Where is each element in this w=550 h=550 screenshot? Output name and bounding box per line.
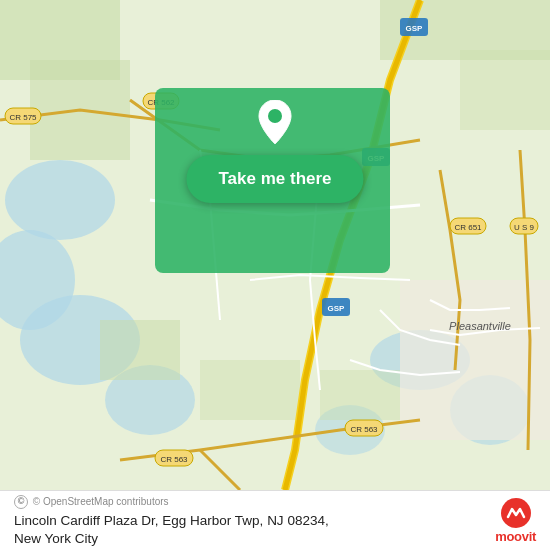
take-me-there-button[interactable]: Take me there (186, 155, 363, 203)
svg-text:GSP: GSP (328, 304, 346, 313)
map-background: GSP GSP GSP CR 575 CR 562 CR 651 U S 9 C… (0, 0, 550, 490)
moovit-icon (500, 497, 532, 529)
svg-rect-12 (100, 320, 180, 380)
svg-rect-14 (320, 370, 400, 420)
address: Lincoln Cardiff Plaza Dr, Egg Harbor Twp… (14, 511, 483, 547)
address-line1: Lincoln Cardiff Plaza Dr, Egg Harbor Twp… (14, 513, 329, 528)
moovit-logo: moovit (495, 497, 536, 544)
map-container: GSP GSP GSP CR 575 CR 562 CR 651 U S 9 C… (0, 0, 550, 490)
svg-text:CR 563: CR 563 (350, 425, 378, 434)
svg-text:CR 575: CR 575 (9, 113, 37, 122)
svg-text:U S 9: U S 9 (514, 223, 535, 232)
svg-text:CR 563: CR 563 (160, 455, 188, 464)
address-line2: New York City (14, 531, 98, 546)
bottom-bar: © © OpenStreetMap contributors Lincoln C… (0, 490, 550, 550)
svg-point-1 (5, 160, 115, 240)
osm-icon: © (14, 495, 28, 509)
location-pin (257, 100, 293, 144)
svg-text:Pleasantville: Pleasantville (449, 320, 511, 332)
svg-point-36 (268, 109, 282, 123)
svg-text:GSP: GSP (406, 24, 424, 33)
svg-text:CR 651: CR 651 (454, 223, 482, 232)
osm-label: © OpenStreetMap contributors (33, 495, 169, 506)
osm-attribution: © © OpenStreetMap contributors (14, 495, 483, 509)
svg-rect-11 (460, 50, 550, 130)
svg-rect-13 (200, 360, 300, 420)
moovit-text: moovit (495, 529, 536, 544)
